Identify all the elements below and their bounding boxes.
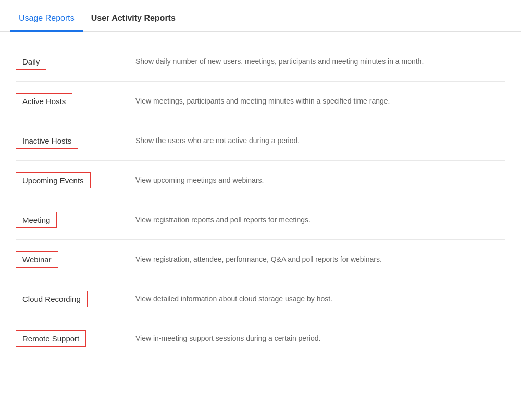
report-row: Remote SupportView in-meeting support se… [16, 319, 505, 358]
report-label-upcoming-events: Upcoming Events [16, 172, 120, 188]
tab-user-activity-reports[interactable]: User Activity Reports [83, 8, 184, 30]
tab-usage-reports[interactable]: Usage Reports [10, 8, 83, 32]
report-description-meeting: View registration reports and poll repor… [120, 214, 505, 225]
report-description-inactive-hosts: Show the users who are not active during… [120, 135, 505, 146]
report-row: DailyShow daily number of new users, mee… [16, 42, 505, 82]
report-link-upcoming-events[interactable]: Upcoming Events [16, 172, 91, 188]
tab-usage-reports-label: Usage Reports [19, 14, 75, 22]
report-label-webinar: Webinar [16, 251, 120, 268]
report-row: Cloud RecordingView detailed information… [16, 279, 505, 319]
report-list: DailyShow daily number of new users, mee… [16, 42, 505, 358]
report-label-meeting: Meeting [16, 212, 120, 228]
report-description-active-hosts: View meetings, participants and meeting … [120, 96, 505, 107]
report-link-remote-support[interactable]: Remote Support [16, 330, 86, 347]
report-row: Inactive HostsShow the users who are not… [16, 121, 505, 161]
report-link-inactive-hosts[interactable]: Inactive Hosts [16, 133, 78, 149]
report-label-remote-support: Remote Support [16, 330, 120, 347]
main-content: DailyShow daily number of new users, mee… [0, 32, 521, 368]
report-row: Upcoming EventsView upcoming meetings an… [16, 161, 505, 200]
report-description-cloud-recording: View detailed information about cloud st… [120, 294, 505, 304]
page-header: Usage Reports User Activity Reports [0, 0, 521, 32]
report-label-active-hosts: Active Hosts [16, 93, 120, 109]
report-label-inactive-hosts: Inactive Hosts [16, 133, 120, 149]
report-link-meeting[interactable]: Meeting [16, 212, 57, 228]
report-label-cloud-recording: Cloud Recording [16, 291, 120, 307]
report-row: Active HostsView meetings, participants … [16, 82, 505, 121]
tab-user-activity-reports-label: User Activity Reports [91, 14, 176, 22]
report-link-active-hosts[interactable]: Active Hosts [16, 93, 72, 109]
report-link-daily[interactable]: Daily [16, 54, 46, 70]
report-link-webinar[interactable]: Webinar [16, 251, 58, 268]
report-row: MeetingView registration reports and pol… [16, 200, 505, 240]
report-description-daily: Show daily number of new users, meetings… [120, 56, 505, 67]
report-link-cloud-recording[interactable]: Cloud Recording [16, 291, 88, 307]
report-label-daily: Daily [16, 54, 120, 70]
report-description-upcoming-events: View upcoming meetings and webinars. [120, 175, 505, 186]
report-description-remote-support: View in-meeting support sessions during … [120, 333, 505, 344]
report-description-webinar: View registration, attendee, performance… [120, 254, 505, 265]
report-row: WebinarView registration, attendee, perf… [16, 240, 505, 279]
